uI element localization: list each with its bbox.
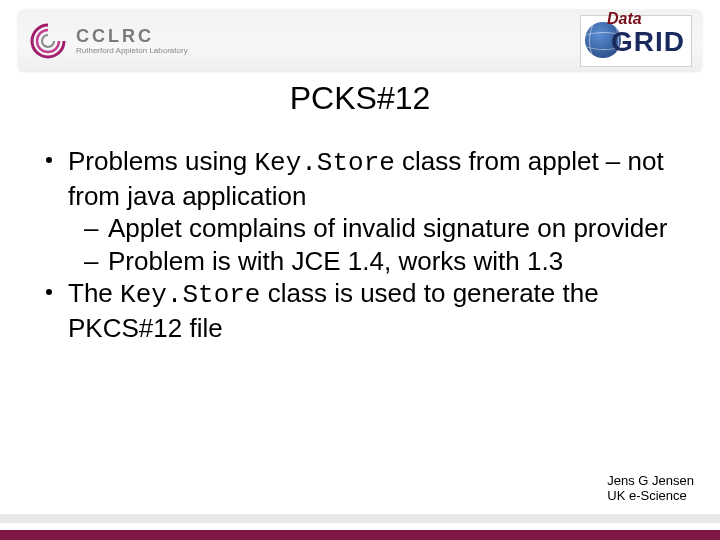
footer-author-org: UK e-Science <box>607 488 694 504</box>
dash-icon: – <box>84 245 98 278</box>
bullet-1-sub-1: – Applet complains of invalid signature … <box>40 212 680 245</box>
bullet-1: Problems using Key.Store class from appl… <box>40 145 680 212</box>
bullet-1-sub-2: – Problem is with JCE 1.4, works with 1.… <box>40 245 680 278</box>
bullet-1-code: Key.Store <box>254 148 394 178</box>
cclrc-main-label: CCLRC <box>76 27 188 45</box>
cclrc-sub-label: Rutherford Appleton Laboratory <box>76 47 188 55</box>
bullet-dot-icon <box>46 289 52 295</box>
bullet-2-text-pre: The <box>68 278 120 308</box>
footer-author-name: Jens G Jensen <box>607 473 694 489</box>
slide-title: PCKS#12 <box>0 80 720 117</box>
cclrc-swirl-icon <box>28 21 68 61</box>
bullet-1-sub-2-text: Problem is with JCE 1.4, works with 1.3 <box>108 246 563 276</box>
bullet-2: The Key.Store class is used to generate … <box>40 277 680 344</box>
header-bar: CCLRC Rutherford Appleton Laboratory Dat… <box>18 10 702 72</box>
dash-icon: – <box>84 212 98 245</box>
footer-bar <box>0 523 720 540</box>
logo-right: Data GRID <box>580 16 692 66</box>
bullet-dot-icon <box>46 157 52 163</box>
grid-text: GRID <box>611 26 685 58</box>
datagrid-logo: Data GRID <box>580 15 692 67</box>
bullet-1-sub-1-text: Applet complains of invalid signature on… <box>108 213 667 243</box>
footer-author-block: Jens G Jensen UK e-Science <box>607 473 694 504</box>
slide: CCLRC Rutherford Appleton Laboratory Dat… <box>0 0 720 540</box>
logo-left: CCLRC Rutherford Appleton Laboratory <box>28 21 188 61</box>
cclrc-text-block: CCLRC Rutherford Appleton Laboratory <box>76 27 188 55</box>
bullet-2-code: Key.Store <box>120 280 260 310</box>
slide-content: Problems using Key.Store class from appl… <box>40 145 680 344</box>
bullet-1-text-pre: Problems using <box>68 146 254 176</box>
